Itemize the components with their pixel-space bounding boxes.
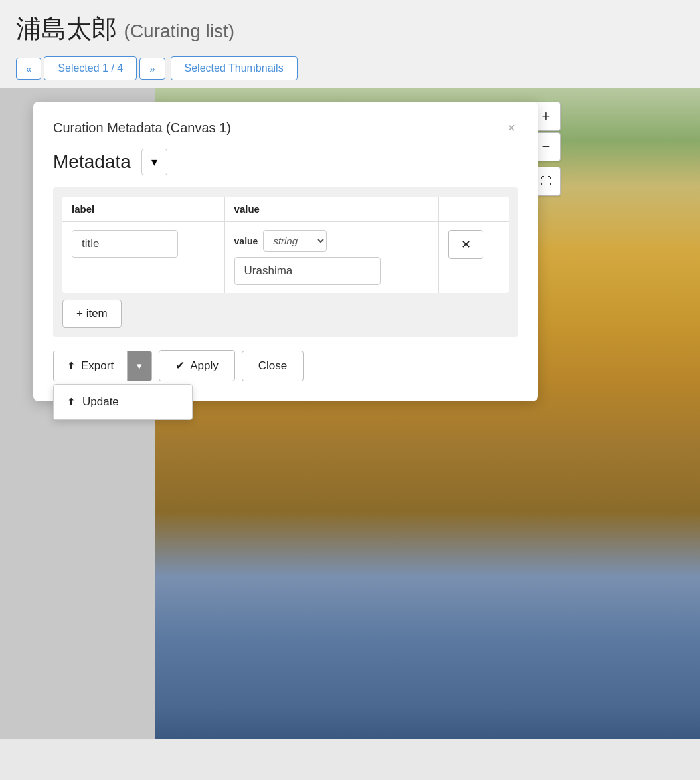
metadata-table-area: label value value [53, 187, 518, 337]
apply-button[interactable]: Apply [159, 350, 235, 381]
delete-cell: ✕ [438, 222, 509, 294]
apply-label: Apply [190, 359, 219, 373]
modal-close-button[interactable]: × [505, 120, 518, 136]
delete-row-button[interactable]: ✕ [448, 230, 483, 259]
page-header: 浦島太郎 (Curating list) « Selected 1 / 4 » … [0, 0, 700, 88]
update-label: Update [82, 395, 119, 409]
value-input[interactable] [234, 257, 381, 285]
export-button[interactable]: Export [53, 351, 127, 381]
metadata-table: label value value [62, 197, 509, 293]
export-group: Export ▾ Update [53, 351, 152, 381]
label-cell [62, 222, 224, 294]
title-text: 浦島太郎 [16, 15, 117, 43]
export-icon [67, 359, 76, 373]
label-input[interactable] [72, 230, 178, 258]
add-item-label: + item [76, 307, 108, 320]
export-label: Export [81, 359, 114, 373]
nav-prev-button[interactable]: « [16, 58, 41, 80]
add-item-button[interactable]: + item [62, 300, 122, 328]
export-dropdown-button[interactable]: ▾ [127, 351, 152, 381]
value-type-row: value string number boolean [234, 230, 429, 252]
value-prefix-label: value [234, 236, 258, 246]
update-dropdown: Update [53, 384, 193, 420]
modal-header: Curation Metadata (Canvas 1) × [53, 120, 518, 136]
nav-thumbnails-button[interactable]: Selected Thumbnails [171, 56, 298, 80]
nav-selected-button[interactable]: Selected 1 / 4 [44, 56, 137, 80]
action-row: Export ▾ Update Apply Close [53, 350, 518, 381]
col-value-header: value [224, 197, 438, 222]
metadata-section: Metadata [53, 149, 518, 175]
value-cell-content: value string number boolean [234, 230, 429, 285]
subtitle-text: (Curating list) [124, 21, 234, 41]
col-action-header [438, 197, 509, 222]
type-select[interactable]: string number boolean [263, 230, 327, 252]
chevron-down-icon [151, 155, 157, 169]
page-title: 浦島太郎 (Curating list) [16, 12, 684, 46]
col-label-header: label [62, 197, 224, 222]
close-button[interactable]: Close [242, 351, 304, 381]
value-cell: value string number boolean [224, 222, 438, 294]
table-row: value string number boolean [62, 222, 509, 294]
nav-bar: « Selected 1 / 4 » Selected Thumbnails [16, 56, 684, 80]
modal-title: Curation Metadata (Canvas 1) [53, 120, 231, 136]
update-icon [67, 395, 76, 409]
export-dropdown-arrow-icon: ▾ [137, 360, 142, 371]
viewer-area: + − ⛶ Curation Metadata (Canvas 1) × Met… [0, 88, 700, 739]
check-icon [175, 359, 185, 373]
update-button[interactable]: Update [54, 385, 192, 419]
metadata-dropdown-button[interactable] [141, 149, 167, 175]
curation-metadata-modal: Curation Metadata (Canvas 1) × Metadata … [33, 102, 538, 401]
nav-next-button[interactable]: » [139, 58, 165, 80]
metadata-section-label: Metadata [53, 151, 131, 173]
